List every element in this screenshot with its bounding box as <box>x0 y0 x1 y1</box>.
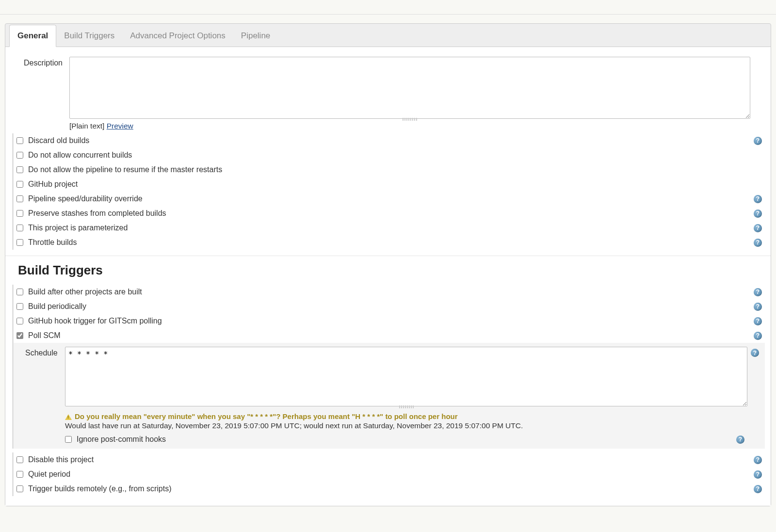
schedule-warning: Do you really mean "every minute" when y… <box>65 412 747 420</box>
build-after-checkbox[interactable] <box>16 289 23 295</box>
discard-old-builds-checkbox[interactable] <box>16 137 23 144</box>
help-icon[interactable]: ? <box>754 303 762 311</box>
disable-project-checkbox[interactable] <box>16 456 23 463</box>
help-icon[interactable]: ? <box>754 239 762 247</box>
build-periodically-row: Build periodically ? <box>16 299 765 314</box>
github-project-label[interactable]: GitHub project <box>28 180 78 189</box>
speed-durability-checkbox[interactable] <box>16 195 23 202</box>
github-project-checkbox[interactable] <box>16 181 23 188</box>
general-options-section: Discard old builds ? Do not allow concur… <box>12 133 765 250</box>
tab-advanced-project-options[interactable]: Advanced Project Options <box>122 25 233 47</box>
top-bar <box>0 0 776 15</box>
schedule-label: Schedule <box>16 347 65 357</box>
speed-durability-row: Pipeline speed/durability override ? <box>16 192 765 206</box>
schedule-section: Schedule Do you really mean "every minut… <box>12 343 765 449</box>
help-icon[interactable]: ? <box>751 349 759 357</box>
build-after-label[interactable]: Build after other projects are built <box>28 288 142 296</box>
help-icon[interactable]: ? <box>754 470 762 479</box>
help-icon[interactable]: ? <box>754 317 762 325</box>
help-icon[interactable]: ? <box>754 224 762 232</box>
github-hook-label[interactable]: GitHub hook trigger for GITScm polling <box>28 317 162 325</box>
ignore-hooks-label[interactable]: Ignore post-commit hooks <box>77 435 166 444</box>
description-label: Description <box>11 57 69 67</box>
schedule-textarea[interactable] <box>65 347 747 406</box>
schedule-row: Schedule Do you really mean "every minut… <box>16 347 762 445</box>
no-concurrent-label[interactable]: Do not allow concurrent builds <box>28 151 132 160</box>
trigger-remote-row: Trigger builds remotely (e.g., from scri… <box>16 482 765 496</box>
help-icon[interactable]: ? <box>754 137 762 145</box>
warning-icon <box>65 414 72 420</box>
resize-grip-icon[interactable] <box>399 405 414 408</box>
trigger-remote-checkbox[interactable] <box>16 485 23 492</box>
bottom-options-section: Disable this project ? Quiet period ? Tr… <box>12 452 765 496</box>
quiet-period-checkbox[interactable] <box>16 471 23 478</box>
resize-grip-icon[interactable] <box>403 118 417 121</box>
poll-scm-row: Poll SCM ? <box>16 328 765 343</box>
build-triggers-section: Build after other projects are built ? B… <box>12 285 765 343</box>
no-resume-row: Do not allow the pipeline to resume if t… <box>16 162 765 177</box>
help-icon[interactable]: ? <box>754 195 762 203</box>
build-after-row: Build after other projects are built ? <box>16 285 765 299</box>
throttle-label[interactable]: Throttle builds <box>28 238 77 247</box>
help-icon[interactable]: ? <box>754 485 762 493</box>
tab-general[interactable]: General <box>9 25 56 47</box>
tab-pipeline[interactable]: Pipeline <box>233 25 278 47</box>
discard-old-builds-label[interactable]: Discard old builds <box>28 136 89 145</box>
config-panel: General Build Triggers Advanced Project … <box>5 23 771 506</box>
help-icon[interactable]: ? <box>754 210 762 218</box>
preserve-stashes-checkbox[interactable] <box>16 210 23 217</box>
ignore-hooks-checkbox[interactable] <box>65 436 72 443</box>
github-hook-row: GitHub hook trigger for GITScm polling ? <box>16 314 765 328</box>
trigger-remote-label[interactable]: Trigger builds remotely (e.g., from scri… <box>28 484 171 493</box>
ignore-hooks-row: Ignore post-commit hooks ? <box>65 430 747 445</box>
build-periodically-label[interactable]: Build periodically <box>28 302 86 311</box>
schedule-warning-text: Do you really mean "every minute" when y… <box>75 412 458 420</box>
poll-scm-checkbox[interactable] <box>16 332 23 339</box>
preview-link[interactable]: Preview <box>107 122 133 130</box>
schedule-info: Would last have run at Saturday, Novembe… <box>65 421 747 430</box>
no-resume-checkbox[interactable] <box>16 166 23 173</box>
tab-build-triggers[interactable]: Build Triggers <box>56 25 122 47</box>
help-icon[interactable]: ? <box>754 456 762 464</box>
preserve-stashes-row: Preserve stashes from completed builds ? <box>16 206 765 221</box>
preserve-stashes-label[interactable]: Preserve stashes from completed builds <box>28 209 166 218</box>
page-wrap: General Build Triggers Advanced Project … <box>0 15 776 511</box>
no-concurrent-row: Do not allow concurrent builds <box>16 148 765 162</box>
help-icon[interactable]: ? <box>736 435 744 444</box>
throttle-checkbox[interactable] <box>16 239 23 246</box>
help-icon[interactable]: ? <box>754 288 762 296</box>
build-triggers-heading: Build Triggers <box>18 263 765 278</box>
github-hook-checkbox[interactable] <box>16 318 23 324</box>
speed-durability-label[interactable]: Pipeline speed/durability override <box>28 194 143 203</box>
parameterized-checkbox[interactable] <box>16 225 23 231</box>
tab-bar: General Build Triggers Advanced Project … <box>5 24 771 47</box>
description-textarea[interactable] <box>69 57 750 119</box>
help-icon[interactable]: ? <box>754 332 762 340</box>
discard-old-builds-row: Discard old builds ? <box>16 133 765 148</box>
config-body: Description [Plain text] Preview Discard… <box>5 47 771 506</box>
disable-project-row: Disable this project ? <box>16 452 765 467</box>
github-project-row: GitHub project <box>16 177 765 192</box>
plain-text-label: [Plain text] <box>69 122 107 130</box>
parameterized-label[interactable]: This project is parameterized <box>28 224 128 232</box>
throttle-row: Throttle builds ? <box>16 235 765 250</box>
no-resume-label[interactable]: Do not allow the pipeline to resume if t… <box>28 165 222 174</box>
no-concurrent-checkbox[interactable] <box>16 152 23 159</box>
build-periodically-checkbox[interactable] <box>16 303 23 310</box>
poll-scm-label[interactable]: Poll SCM <box>28 331 61 340</box>
quiet-period-label[interactable]: Quiet period <box>28 470 70 479</box>
disable-project-label[interactable]: Disable this project <box>28 455 94 464</box>
parameterized-row: This project is parameterized ? <box>16 221 765 235</box>
description-format-line: [Plain text] Preview <box>69 122 750 130</box>
section-divider <box>5 256 771 256</box>
quiet-period-row: Quiet period ? <box>16 467 765 482</box>
description-row: Description [Plain text] Preview <box>11 57 765 130</box>
